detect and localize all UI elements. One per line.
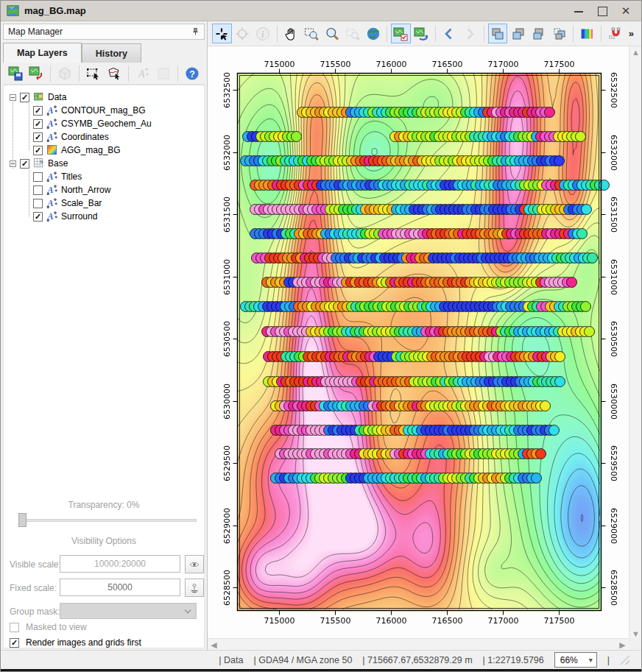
close-button[interactable]: ✕ — [621, 6, 631, 16]
scroll-right-icon[interactable]: ▶ — [616, 639, 629, 650]
tree-item-contour-mag-bg[interactable]: ✓ACONTOUR_mag_BG — [4, 104, 204, 117]
layer-visibility-checkbox[interactable] — [33, 172, 43, 182]
map-frame-inner — [240, 76, 599, 609]
tree-connector — [13, 97, 13, 169]
cube-3d-button — [55, 63, 74, 83]
y-axis-label-left: 6528500 — [222, 570, 232, 606]
geochem-symbol — [576, 132, 586, 142]
transparency-slider-handle[interactable] — [18, 513, 27, 527]
layer-visibility-checkbox[interactable]: ✓ — [20, 93, 29, 102]
layer-visibility-checkbox[interactable]: ✓ — [33, 132, 43, 142]
tab-map-layers[interactable]: Map Layers — [3, 43, 82, 63]
layer-visibility-checkbox[interactable]: ✓ — [33, 212, 43, 222]
geochem-symbol — [532, 473, 542, 484]
maximize-button[interactable] — [597, 6, 607, 16]
vertical-scrollbar[interactable]: ▲ ▼ — [629, 46, 641, 640]
back-nav-button[interactable] — [440, 24, 459, 43]
window-mode-1-button[interactable] — [488, 24, 508, 43]
layer-visibility-checkbox[interactable]: ✓ — [33, 106, 43, 116]
tree-item-label: Titles — [61, 171, 82, 182]
window-mode-4-button[interactable] — [549, 24, 569, 43]
tree-item-label: AGG_mag_BG — [61, 145, 121, 155]
horizontal-scrollbar[interactable]: ◀ ▶ — [208, 638, 629, 650]
window-mode-3-icon — [532, 26, 546, 41]
save-map-button[interactable] — [6, 63, 25, 83]
masked-to-view-checkbox[interactable] — [10, 623, 19, 632]
zoom-rect-tool-icon — [345, 26, 360, 41]
pan-tool-button[interactable] — [281, 24, 301, 43]
select-tool-button[interactable] — [212, 24, 232, 43]
snap-magnet-button[interactable] — [605, 24, 625, 43]
scroll-up-icon[interactable]: ▲ — [629, 46, 641, 58]
window-mode-2-button[interactable] — [508, 24, 528, 43]
render-first-checkbox[interactable]: ✓ — [10, 638, 19, 648]
select-tool-icon — [214, 26, 229, 41]
visible-scale-label: Visible scale: — [10, 559, 61, 570]
tree-item-label: Scale_Bar — [61, 198, 102, 208]
masked-to-view-row[interactable]: Masked to view — [10, 622, 87, 632]
transparency-slider-track[interactable] — [18, 519, 197, 522]
layer-visibility-checkbox[interactable]: ✓ — [33, 146, 43, 155]
resize-grip[interactable] — [620, 655, 629, 665]
zoom-window-tool-button[interactable] — [302, 24, 322, 43]
tree-item-csymb-geochem-au[interactable]: ✓ACSYMB_Geochem_Au — [4, 117, 204, 130]
layer-visibility-checkbox[interactable] — [33, 185, 43, 195]
tree-item-coordinates[interactable]: ✓ACoordinates — [4, 130, 204, 144]
tree-item-titles[interactable]: ATitles — [4, 170, 204, 183]
redraw-map-button[interactable] — [391, 24, 411, 43]
zoom-tool-button[interactable] — [322, 24, 342, 43]
group-anchor-button: A — [133, 63, 152, 83]
fixed-scale-input[interactable] — [60, 579, 180, 596]
tree-item-base[interactable]: ✓NBase — [4, 157, 204, 170]
target-tool-button — [233, 24, 253, 43]
zoom-level-dropdown[interactable]: 66% ▾ — [554, 652, 597, 668]
chevron-down-icon: ▾ — [589, 656, 596, 664]
visible-scale-input[interactable] — [60, 555, 180, 573]
layer-visibility-checkbox[interactable]: ✓ — [33, 119, 43, 129]
export-map-icon — [29, 66, 43, 81]
layer-visibility-checkbox[interactable] — [33, 199, 43, 208]
help-button[interactable]: ? — [183, 63, 202, 83]
layer-icon: A — [46, 118, 58, 130]
export-map-button[interactable] — [27, 63, 46, 83]
window-mode-3-button[interactable] — [529, 24, 548, 43]
visible-scale-eye-button[interactable] — [185, 555, 204, 573]
globe-tool-icon — [366, 26, 381, 41]
tree-item-data[interactable]: ✓Data — [4, 91, 204, 104]
group-mask-dropdown[interactable] — [60, 603, 197, 619]
geochem-symbol — [292, 132, 302, 142]
x-axis-label-top: 717500 — [544, 60, 575, 69]
map-document-icon — [7, 4, 19, 17]
geochem-symbol — [545, 107, 555, 118]
globe-tool-button[interactable] — [363, 24, 383, 43]
tree-item-surround[interactable]: ✓ASurround — [4, 210, 204, 223]
y-axis-label-right: 6532000 — [609, 135, 618, 171]
zoom-tool-icon — [325, 26, 339, 41]
snap-magnet-icon — [607, 26, 622, 41]
fixed-scale-lock-button[interactable] — [185, 579, 204, 597]
toolbar-overflow-button[interactable]: » — [626, 28, 637, 39]
data-map-icon — [32, 91, 45, 104]
refresh-map-button[interactable] — [412, 24, 431, 43]
tree-item-agg-mag-bg[interactable]: ✓AGG_mag_BG — [4, 144, 204, 157]
map-viewport[interactable]: 7150007150007155007155007160007160007165… — [208, 46, 641, 650]
tree-item-label: Data — [48, 92, 66, 102]
minimize-button[interactable] — [574, 6, 584, 16]
x-axis-label-top: 717000 — [488, 60, 519, 69]
panel-header[interactable]: Map Manager — [3, 24, 205, 40]
layer-visibility-checkbox[interactable]: ✓ — [20, 159, 29, 169]
x-axis-label-bottom: 716500 — [432, 616, 463, 626]
render-first-row[interactable]: ✓ Render images and grids first — [10, 637, 141, 648]
status-projection: | GDA94 / MGA zone 50 — [253, 655, 352, 665]
tree-item-label: CONTOUR_mag_BG — [61, 105, 145, 116]
tab-history[interactable]: History — [82, 43, 141, 63]
toolbar-separator — [484, 26, 484, 42]
map-overlay[interactable]: 7150007150007155007155007160007160007165… — [208, 46, 630, 640]
tree-item-scale-bar[interactable]: AScale_Bar — [4, 197, 204, 210]
pin-icon[interactable] — [191, 27, 200, 36]
color-palette-button[interactable] — [577, 24, 597, 43]
select-rect-button[interactable] — [84, 63, 103, 83]
scroll-left-icon[interactable]: ◀ — [208, 639, 220, 650]
select-poly-button[interactable] — [105, 63, 124, 83]
tree-item-north-arrow[interactable]: ANorth_Arrow — [4, 183, 204, 197]
